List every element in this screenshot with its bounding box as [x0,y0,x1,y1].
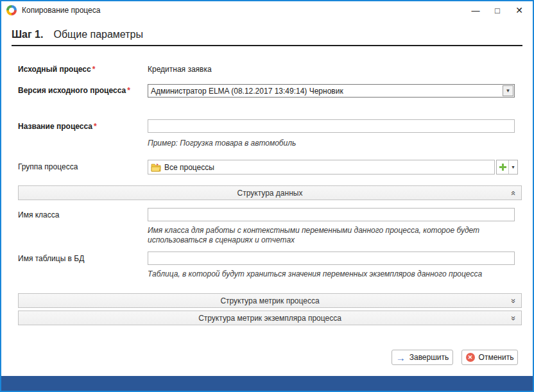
plus-icon [499,164,506,171]
process-name-label: Название процесса* [18,122,97,131]
section-data-structure[interactable]: Структура данных « [18,185,522,200]
titlebar: Копирование процеса — □ ✕ [1,1,533,19]
step-heading: Шаг 1.Общие параметры [12,29,143,40]
section-process-metrics[interactable]: Структура метрик процесса » [18,293,522,308]
db-table-input[interactable] [148,251,515,265]
source-process-value: Кредитная заявка [148,65,212,74]
source-version-select[interactable]: Администратор ELMA (08.12.2017 13:49:14)… [148,84,515,98]
cancel-button[interactable]: ✕ Отменить [461,350,518,365]
process-group-field[interactable]: Все процессы [148,160,495,175]
heading-divider [12,45,522,46]
window-controls: — □ ✕ [465,1,533,19]
required-asterisk: * [94,122,97,131]
folder-icon [151,163,161,172]
process-group-label: Группа процесса [18,162,78,171]
window-title: Копирование процеса [22,6,100,15]
process-group-value: Все процессы [164,163,214,172]
required-asterisk: * [92,65,96,74]
source-version-selected-value: Администратор ELMA (08.12.2017 13:49:14)… [148,87,503,96]
bottom-bar [1,376,533,391]
add-group-button[interactable] [497,160,509,174]
arrow-right-icon: → [396,353,406,362]
chevron-down-icon[interactable]: ▼ [509,160,517,174]
minimize-icon[interactable]: — [465,1,487,19]
chevron-double-down-icon[interactable]: » [510,316,518,320]
step-title: Общие параметры [53,29,143,40]
chevron-double-up-icon[interactable]: « [510,191,518,195]
chevron-double-down-icon[interactable]: » [510,298,518,303]
class-name-input[interactable] [148,208,515,221]
required-asterisk: * [127,86,130,95]
source-version-label: Версия исходного процесса* [18,86,130,95]
process-name-hint: Пример: Погрузка товара в автомобиль [148,139,296,148]
db-table-hint: Таблица, в которой будут храниться значе… [148,269,533,279]
db-table-label: Имя таблицы в БД [18,254,84,263]
process-name-input[interactable] [148,119,515,133]
section-title: Структура метрик процесса [220,296,319,305]
finish-button[interactable]: → Завершить [392,350,453,365]
add-group-split-button[interactable]: ▼ [496,160,518,175]
copy-process-dialog: Копирование процеса — □ ✕ Шаг 1.Общие па… [0,0,534,392]
class-name-label: Имя класса [18,210,59,219]
source-process-label: Исходный процесс* [18,65,95,74]
step-number: Шаг 1. [12,29,43,40]
cancel-x-icon: ✕ [466,353,475,362]
chevron-down-icon[interactable]: ▼ [503,85,513,96]
maximize-icon[interactable]: □ [487,1,508,19]
elma-app-icon [6,5,17,15]
class-name-hint: Имя класса для работы с контекстными пер… [148,226,521,245]
section-title: Структура данных [237,189,303,198]
section-instance-metrics[interactable]: Структура метрик экземпляра процесса » [18,311,522,325]
section-title: Структура метрик экземпляра процесса [198,314,341,323]
cancel-button-label: Отменить [479,353,514,362]
finish-button-label: Завершить [409,353,449,362]
close-icon[interactable]: ✕ [508,1,530,19]
